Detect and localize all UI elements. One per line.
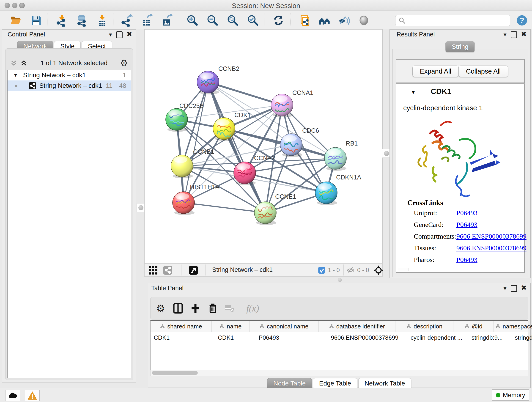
network-node-cdkn1a[interactable] <box>315 182 337 205</box>
delete-column-button[interactable] <box>206 301 219 315</box>
selected-checkbox[interactable] <box>318 266 326 275</box>
network-node-ccna1[interactable] <box>271 94 293 117</box>
control-panel-close-button[interactable]: ✖ <box>127 30 132 38</box>
collapse-all-icon[interactable] <box>10 59 18 67</box>
results-scrollbar-stub[interactable] <box>398 268 409 271</box>
results-panel-close-button[interactable]: ✖ <box>521 30 527 38</box>
column-header-shared-name[interactable]: shared name <box>151 321 212 332</box>
network-node-cdk1[interactable] <box>213 118 235 141</box>
results-panel-float-button[interactable] <box>511 32 517 38</box>
search-box[interactable] <box>395 15 510 26</box>
network-node-ccna2[interactable] <box>234 162 256 185</box>
control-panel-float-button[interactable] <box>116 32 123 38</box>
show-columns-button[interactable] <box>172 301 184 315</box>
help-button[interactable]: ? <box>515 14 528 27</box>
table-hscroll-thumb[interactable] <box>152 371 198 375</box>
import-table-button[interactable] <box>96 14 109 27</box>
table-cell[interactable]: P06493 <box>255 332 328 343</box>
collection-expander-icon[interactable]: ▼ <box>13 72 18 78</box>
column-header--id[interactable]: @id <box>453 321 494 332</box>
table-panel-float-button[interactable] <box>511 285 517 292</box>
horizontal-splitter-handle[interactable] <box>338 278 342 283</box>
tab-string-results[interactable]: String <box>445 41 475 52</box>
zoom-selected-button[interactable] <box>247 14 259 27</box>
network-node-cdc6[interactable] <box>280 134 302 157</box>
table-cell[interactable]: 9606.ENSP00000378699 <box>328 332 407 343</box>
results-panel-collapse-button[interactable]: ▼ <box>502 32 507 38</box>
left-splitter-handle[interactable] <box>137 203 145 212</box>
home-button[interactable] <box>318 14 331 27</box>
clone-network-button[interactable] <box>298 14 311 27</box>
refresh-button[interactable] <box>272 14 285 27</box>
memory-button[interactable]: Memory <box>492 389 529 401</box>
expand-all-button[interactable]: Expand All <box>412 65 459 77</box>
table-hscrollbar[interactable] <box>150 370 528 376</box>
show-preview-button[interactable] <box>357 14 370 27</box>
expand-all-icon[interactable] <box>20 59 28 67</box>
node-table[interactable]: shared namenamecanonical namedatabase id… <box>150 320 528 371</box>
delete-table-button[interactable] <box>223 301 236 315</box>
network-node-cdc25b[interactable] <box>166 108 188 132</box>
table-panel-collapse-button[interactable]: ▼ <box>502 286 507 292</box>
grid-view-button[interactable] <box>148 265 158 276</box>
network-node-rb1[interactable] <box>324 147 346 171</box>
network-edge[interactable] <box>208 82 282 105</box>
control-panel-collapse-button[interactable]: ▼ <box>108 32 113 38</box>
table-cell[interactable]: CDK1 <box>151 332 215 343</box>
hide-selected-button[interactable] <box>338 14 351 27</box>
zoom-fit-button[interactable] <box>226 14 239 27</box>
birdseye-view-button[interactable] <box>189 265 198 276</box>
search-input[interactable] <box>406 17 510 24</box>
cloud-status-button[interactable] <box>5 390 20 401</box>
network-graph[interactable]: CCNB2CCNA1CDC25BCDK1CDC6RB1CCNB1CCNA2CDK… <box>145 30 382 263</box>
collapse-all-button[interactable]: Collapse All <box>458 65 508 77</box>
zoom-in-button[interactable] <box>186 14 199 27</box>
column-header-database-identifier[interactable]: database identifier <box>319 321 395 332</box>
zoom-out-button[interactable] <box>206 14 219 27</box>
import-database-button[interactable] <box>75 14 88 27</box>
network-view-type-button[interactable] <box>163 265 172 276</box>
tab-network-table[interactable]: Network Table <box>358 378 411 389</box>
crosslink-link[interactable]: P06493 <box>456 256 477 264</box>
network-edge[interactable] <box>184 203 265 213</box>
pan-mode-button[interactable] <box>373 265 384 276</box>
export-network-button[interactable] <box>120 14 133 27</box>
network-canvas[interactable]: CCNB2CCNA1CDC25BCDK1CDC6RB1CCNB1CCNA2CDK… <box>144 29 383 264</box>
tab-edge-table[interactable]: Edge Table <box>313 378 357 389</box>
function-builder-button[interactable]: f(x) <box>241 301 264 315</box>
network-node-ccnb1[interactable] <box>171 155 193 178</box>
table-cell[interactable]: stringdb <box>512 332 532 343</box>
network-row[interactable]: ● String Network – cdk1 11 48 <box>7 80 131 91</box>
column-header-namespace[interactable]: namespace <box>494 321 532 332</box>
tab-node-table[interactable]: Node Table <box>267 378 312 389</box>
column-header-description[interactable]: description <box>395 321 453 332</box>
table-cell[interactable]: stringdb:9... <box>468 332 512 343</box>
crosslink-link[interactable]: 9606.ENSP00000378699 <box>456 244 526 252</box>
network-node-ccne1[interactable] <box>254 202 276 225</box>
save-session-button[interactable] <box>30 14 43 27</box>
table-options-button[interactable]: ⚙ <box>154 301 167 315</box>
crosslink-link[interactable]: 9606.ENSP00000378699 <box>456 232 526 240</box>
table-panel-close-button[interactable]: ✖ <box>521 284 527 292</box>
import-network-button[interactable] <box>56 14 68 27</box>
gene-header-row[interactable]: ▼ CDK1 <box>396 84 524 101</box>
table-cell[interactable]: CDK1 <box>215 332 255 343</box>
gene-expander-icon[interactable]: ▼ <box>411 89 416 95</box>
open-session-button[interactable] <box>9 14 22 27</box>
column-header-canonical-name[interactable]: canonical name <box>249 321 319 332</box>
network-node-hist1h1a[interactable] <box>172 191 195 215</box>
network-selection-bar: 1 of 1 Network selected ⚙ <box>7 57 131 69</box>
add-column-button[interactable] <box>189 301 202 315</box>
export-image-button[interactable] <box>160 14 173 27</box>
warning-status-button[interactable] <box>25 390 40 401</box>
table-row[interactable]: CDK1CDK1P064939606.ENSP00000378699cyclin… <box>151 332 528 343</box>
crosslink-link[interactable]: P06493 <box>456 209 477 217</box>
refresh-icon <box>272 14 285 27</box>
network-edge-count: 48 <box>119 82 126 89</box>
column-header-name[interactable]: name <box>212 321 249 332</box>
network-collection-row[interactable]: ▼ String Network – cdk1 1 <box>7 70 131 80</box>
table-cell[interactable]: cyclin-dependent ... <box>407 332 468 343</box>
crosslink-link[interactable]: P06493 <box>456 221 477 229</box>
network-options-gear-icon[interactable]: ⚙ <box>120 58 128 68</box>
export-table-button[interactable] <box>140 14 153 27</box>
